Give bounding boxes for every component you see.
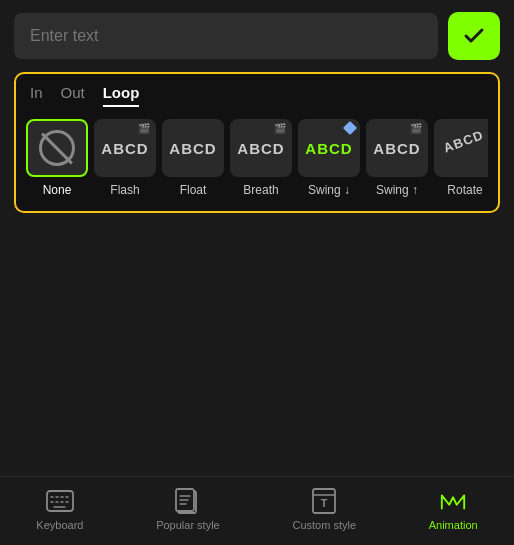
custom-style-icon: T — [310, 487, 338, 515]
none-icon — [39, 130, 75, 166]
tab-in[interactable]: In — [30, 84, 43, 107]
nav-item-popular-style[interactable]: Popular style — [156, 487, 220, 531]
nav-item-keyboard[interactable]: Keyboard — [36, 487, 83, 531]
anim-label-float: Float — [180, 183, 207, 197]
confirm-button[interactable] — [448, 12, 500, 60]
bottom-nav: Keyboard Popular style T Custom style — [0, 476, 514, 545]
anim-label-rotate: Rotate — [447, 183, 482, 197]
anim-label-swing-down: Swing ↓ — [308, 183, 350, 197]
anim-label-none: None — [43, 183, 72, 197]
anim-item-float[interactable]: ABCD Float — [162, 119, 224, 197]
nav-label-keyboard: Keyboard — [36, 519, 83, 531]
nav-label-custom-style: Custom style — [292, 519, 356, 531]
anim-label-breath: Breath — [243, 183, 278, 197]
anim-thumb-flash: ABCD 🎬 — [94, 119, 156, 177]
anim-item-swing-down[interactable]: ABCD Swing ↓ — [298, 119, 360, 197]
film-icon-swing-up: 🎬 — [410, 123, 422, 134]
breath-text: ABCD — [237, 140, 284, 157]
anim-item-swing-up[interactable]: ABCD 🎬 Swing ↑ — [366, 119, 428, 197]
anim-label-flash: Flash — [110, 183, 139, 197]
tabs: In Out Loop — [26, 84, 488, 107]
anim-label-swing-up: Swing ↑ — [376, 183, 418, 197]
tab-loop[interactable]: Loop — [103, 84, 140, 107]
nav-item-animation[interactable]: Animation — [429, 487, 478, 531]
anim-thumb-swing-up: ABCD 🎬 — [366, 119, 428, 177]
animation-icon — [439, 487, 467, 515]
spacer — [0, 213, 514, 476]
animation-items: None ABCD 🎬 Flash ABCD Float ABCD 🎬 Brea… — [26, 119, 488, 197]
anim-thumb-swing-down: ABCD — [298, 119, 360, 177]
nav-label-popular-style: Popular style — [156, 519, 220, 531]
film-icon-breath: 🎬 — [274, 123, 286, 134]
svg-rect-0 — [47, 491, 73, 511]
anim-thumb-none — [26, 119, 88, 177]
flash-text: ABCD — [101, 140, 148, 157]
anim-item-rotate[interactable]: ABCD Rotate — [434, 119, 488, 197]
keyboard-icon — [46, 487, 74, 515]
anim-thumb-rotate: ABCD — [434, 119, 488, 177]
svg-text:T: T — [321, 497, 328, 509]
animation-panel: In Out Loop None ABCD 🎬 Flash ABCD Float — [14, 72, 500, 213]
swing-down-text: ABCD — [305, 140, 352, 157]
anim-item-breath[interactable]: ABCD 🎬 Breath — [230, 119, 292, 197]
swing-up-text: ABCD — [373, 140, 420, 157]
rotate-text: ABCD — [441, 127, 485, 155]
anim-thumb-breath: ABCD 🎬 — [230, 119, 292, 177]
diamond-icon — [343, 121, 357, 135]
anim-thumb-float: ABCD — [162, 119, 224, 177]
nav-item-custom-style[interactable]: T Custom style — [292, 487, 356, 531]
film-icon-flash: 🎬 — [138, 123, 150, 134]
float-text: ABCD — [169, 140, 216, 157]
top-bar — [0, 0, 514, 72]
anim-item-flash[interactable]: ABCD 🎬 Flash — [94, 119, 156, 197]
tab-out[interactable]: Out — [61, 84, 85, 107]
popular-style-icon — [174, 487, 202, 515]
anim-item-none[interactable]: None — [26, 119, 88, 197]
text-input[interactable] — [14, 13, 438, 59]
nav-label-animation: Animation — [429, 519, 478, 531]
